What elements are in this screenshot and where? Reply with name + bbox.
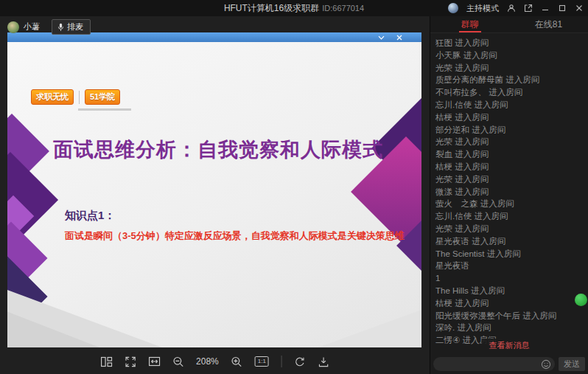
knowledge-point-label: 知识点1： [65, 209, 115, 223]
shared-screen-window: 求职无忧 51学院 面试思维分析：自我觉察和人际模式 知识点1： 面试是瞬间（3… [7, 32, 421, 347]
knowledge-point-text: 面试是瞬间（3-5分钟）特定应激反应场景，自我觉察和人际模式是关键决策思维 [65, 229, 410, 243]
chat-input[interactable] [433, 357, 555, 371]
chat-message: 星光夜语 [435, 260, 588, 272]
send-button[interactable]: 发送 [559, 357, 585, 371]
zoom-in-icon[interactable] [231, 356, 242, 367]
chat-message: The Scientist 进入房间 [435, 248, 588, 260]
thumbnails-icon[interactable] [100, 356, 112, 367]
mic-icon [57, 23, 64, 32]
chat-message: 质壁分离的酵母菌 进入房间 [435, 74, 588, 86]
brand-badge-right: 51学院 [85, 89, 120, 105]
chat-message: 裂血 进入房间 [435, 148, 588, 161]
titlebar-controls: 主持模式 [448, 0, 584, 16]
chat-message: 光荣 进入房间 [435, 136, 588, 148]
chat-message: 桔梗 进入房间 [435, 297, 588, 310]
minimize-icon[interactable] [541, 4, 550, 13]
fullscreen-icon[interactable] [125, 356, 136, 367]
sidebar-tabs: 群聊 在线81 [430, 16, 588, 33]
presentation-slide: 求职无忧 51学院 面试思维分析：自我觉察和人际模式 知识点1： 面试是瞬间（3… [7, 42, 421, 347]
fit-width-icon[interactable] [148, 356, 160, 367]
titlebar: HFUT计算机16级求职群 ID:6677014 主持模式 [0, 0, 588, 16]
presenter-name: 小薯 [24, 21, 40, 32]
brand-slogan-line [78, 108, 131, 111]
viewer-toolbar: 208% 1:1 [100, 356, 329, 367]
chat-message: 狂图 进入房间 [435, 37, 588, 49]
chat-message: 微漾 进入房间 [435, 186, 588, 198]
chat-message: 光荣 进入房间 [435, 62, 588, 75]
chat-messages: 狂图 进入房间小天豚 进入房间光荣 进入房间质壁分离的酵母菌 进入房间不叫布拉多… [430, 37, 588, 347]
chat-message: 星光夜语 进入房间 [435, 235, 588, 248]
view-new-messages-button[interactable]: 查看新消息 [482, 339, 537, 353]
chat-input-bar: 发送 [430, 354, 588, 374]
rotate-icon[interactable] [295, 356, 306, 367]
presenter-avatar[interactable] [7, 21, 19, 33]
actual-size-icon[interactable]: 1:1 [255, 356, 269, 367]
chat-message: 萤火 之森 进入房间 [435, 198, 588, 210]
mic-queue-label: 排麦 [67, 21, 83, 32]
close-share-icon[interactable] [396, 35, 402, 41]
chat-message: 部分逆和 进入房间 [435, 124, 588, 136]
chat-message: 光荣 进入房间 [435, 173, 588, 186]
stage-area: 小薯 排麦 [0, 16, 430, 374]
tab-group-chat[interactable]: 群聊 [430, 16, 509, 32]
decor-triangle [318, 303, 421, 347]
member-icon[interactable] [507, 4, 516, 13]
chat-message: 桔梗 进入房间 [435, 111, 588, 124]
chat-message: 不叫布拉多、 进入房间 [435, 86, 588, 99]
download-icon[interactable] [318, 356, 329, 367]
app-window: HFUT计算机16级求职群 ID:6677014 主持模式 [0, 0, 588, 374]
maximize-icon[interactable] [558, 4, 567, 13]
presenter-bar: 小薯 排麦 [7, 19, 91, 35]
group-title: HFUT计算机16级求职群 [224, 2, 319, 15]
group-id: ID:6677014 [322, 4, 364, 13]
chat-message: 光荣 进入房间 [435, 223, 588, 235]
logo-divider [79, 91, 80, 104]
chat-message: 忘川.信使 进入房间 [435, 99, 588, 111]
voice-float-widget[interactable] [575, 294, 587, 306]
chevron-down-icon[interactable] [378, 35, 385, 40]
chat-message: 桔梗 进入房间 [435, 161, 588, 173]
chat-message: 深吟. 进入房间 [435, 322, 588, 334]
host-mode-label[interactable]: 主持模式 [466, 3, 499, 14]
tab-online-members[interactable]: 在线81 [509, 16, 588, 32]
chat-message: 阳光缓缓弥漫整个午后 进入房间 [435, 310, 588, 322]
chat-sidebar: 群聊 在线81 狂图 进入房间小天豚 进入房间光荣 进入房间质壁分离的酵母菌 进… [430, 16, 588, 374]
chat-message: The Hills 进入房间 [435, 285, 588, 297]
emoji-icon[interactable] [541, 359, 551, 370]
chat-message: 小天豚 进入房间 [435, 49, 588, 62]
user-avatar[interactable] [448, 3, 458, 13]
chat-message: 1 [435, 272, 588, 285]
toolbar-divider [281, 356, 282, 367]
mic-queue-button[interactable]: 排麦 [52, 19, 91, 35]
close-icon[interactable] [575, 4, 584, 13]
brand-badge-left: 求职无忧 [31, 89, 74, 105]
zoom-level: 208% [196, 356, 219, 367]
slide-title: 面试思维分析：自我觉察和人际模式 [53, 138, 399, 163]
brand-logos: 求职无忧 51学院 [31, 89, 120, 105]
chat-message: 忘川.信使 进入房间 [435, 210, 588, 223]
zoom-out-icon[interactable] [172, 356, 183, 367]
share-icon[interactable] [524, 4, 533, 13]
